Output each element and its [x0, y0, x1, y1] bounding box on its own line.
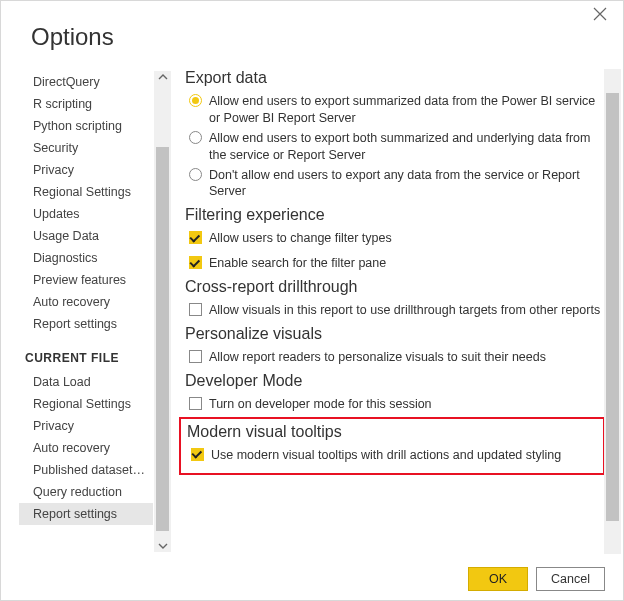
- option-label: Use modern visual tooltips with drill ac…: [211, 447, 597, 464]
- check-modern-visual-tooltips[interactable]: Use modern visual tooltips with drill ac…: [191, 447, 597, 464]
- option-label: Allow visuals in this report to use dril…: [209, 302, 601, 319]
- section-personalize-visuals: Personalize visuals: [185, 325, 601, 343]
- chevron-down-icon[interactable]: [157, 540, 169, 552]
- nav-item-data-load[interactable]: Data Load: [19, 371, 153, 393]
- option-label: Enable search for the filter pane: [209, 255, 601, 272]
- nav-item-security[interactable]: Security: [19, 137, 153, 159]
- radio-export-both[interactable]: Allow end users to export both summarize…: [189, 130, 601, 164]
- nav-item-usage-data[interactable]: Usage Data: [19, 225, 153, 247]
- radio-export-summarized[interactable]: Allow end users to export summarized dat…: [189, 93, 601, 127]
- dialog-footer: OK Cancel: [1, 558, 623, 600]
- section-developer-mode: Developer Mode: [185, 372, 601, 390]
- nav-item-diagnostics[interactable]: Diagnostics: [19, 247, 153, 269]
- content-pane: Export data Allow end users to export su…: [171, 65, 623, 558]
- section-modern-visual-tooltips: Modern visual tooltips: [187, 423, 597, 441]
- cancel-button[interactable]: Cancel: [536, 567, 605, 591]
- check-personalize-visuals[interactable]: Allow report readers to personalize visu…: [189, 349, 601, 366]
- option-label: Don't allow end users to export any data…: [209, 167, 601, 201]
- highlight-modern-visual-tooltips: Modern visual tooltips Use modern visual…: [179, 417, 605, 475]
- radio-export-none[interactable]: Don't allow end users to export any data…: [189, 167, 601, 201]
- check-allow-change-filter-types[interactable]: Allow users to change filter types: [189, 230, 601, 247]
- radio-icon: [189, 94, 202, 107]
- option-label: Allow end users to export summarized dat…: [209, 93, 601, 127]
- nav-item-python-scripting[interactable]: Python scripting: [19, 115, 153, 137]
- option-label: Allow end users to export both summarize…: [209, 130, 601, 164]
- nav-item-r-scripting[interactable]: R scripting: [19, 93, 153, 115]
- content-scroll-track[interactable]: [604, 84, 621, 539]
- close-icon[interactable]: [593, 7, 613, 27]
- nav-item-published-dataset-settings[interactable]: Published dataset set...: [19, 459, 153, 481]
- nav-item-report-settings-file[interactable]: Report settings: [19, 503, 153, 525]
- nav-item-auto-recovery-file[interactable]: Auto recovery: [19, 437, 153, 459]
- nav-item-regional-settings[interactable]: Regional Settings: [19, 181, 153, 203]
- nav-section-current-file: CURRENT FILE: [19, 335, 171, 371]
- checkbox-icon: [189, 231, 202, 244]
- nav-item-preview-features[interactable]: Preview features: [19, 269, 153, 291]
- chevron-up-icon[interactable]: [157, 71, 169, 83]
- check-developer-mode[interactable]: Turn on developer mode for this session: [189, 396, 601, 413]
- section-cross-report-drillthrough: Cross-report drillthrough: [185, 278, 601, 296]
- ok-button[interactable]: OK: [468, 567, 528, 591]
- nav-item-query-reduction[interactable]: Query reduction: [19, 481, 153, 503]
- option-label: Allow report readers to personalize visu…: [209, 349, 601, 366]
- nav-item-auto-recovery[interactable]: Auto recovery: [19, 291, 153, 313]
- checkbox-icon: [189, 256, 202, 269]
- content-scroll-thumb[interactable]: [606, 93, 619, 521]
- section-filtering-experience: Filtering experience: [185, 206, 601, 224]
- nav-item-report-settings-global[interactable]: Report settings: [19, 313, 153, 335]
- nav-item-directquery[interactable]: DirectQuery: [19, 71, 153, 93]
- nav-item-privacy-file[interactable]: Privacy: [19, 415, 153, 437]
- checkbox-icon: [189, 397, 202, 410]
- checkbox-icon: [189, 303, 202, 316]
- dialog-title: Options: [31, 23, 114, 51]
- nav-item-regional-settings-file[interactable]: Regional Settings: [19, 393, 153, 415]
- section-export-data: Export data: [185, 69, 601, 87]
- nav-scrollbar[interactable]: [154, 71, 171, 552]
- radio-icon: [189, 168, 202, 181]
- content-scrollbar[interactable]: [604, 69, 621, 554]
- radio-icon: [189, 131, 202, 144]
- nav-sidebar: DirectQuery R scripting Python scripting…: [1, 65, 171, 558]
- check-enable-search-filter-pane[interactable]: Enable search for the filter pane: [189, 255, 601, 272]
- check-cross-report-drillthrough[interactable]: Allow visuals in this report to use dril…: [189, 302, 601, 319]
- nav-scroll-thumb[interactable]: [156, 147, 169, 531]
- option-label: Turn on developer mode for this session: [209, 396, 601, 413]
- nav-scroll-track[interactable]: [154, 83, 171, 540]
- nav-item-privacy[interactable]: Privacy: [19, 159, 153, 181]
- option-label: Allow users to change filter types: [209, 230, 601, 247]
- nav-item-updates[interactable]: Updates: [19, 203, 153, 225]
- checkbox-icon: [189, 350, 202, 363]
- checkbox-icon: [191, 448, 204, 461]
